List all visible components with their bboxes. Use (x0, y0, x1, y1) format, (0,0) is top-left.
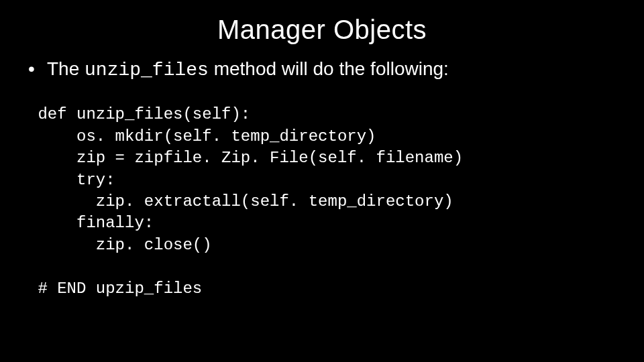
slide: Manager Objects The unzip_files method w… (0, 0, 644, 362)
bullet-list: The unzip_files method will do the follo… (0, 57, 644, 82)
bullet-text-post: method will do the following: (209, 58, 449, 79)
bullet-inline-code: unzip_files (85, 60, 209, 80)
slide-title: Manager Objects (0, 0, 644, 57)
bullet-text-pre: The (47, 58, 85, 79)
code-block: def unzip_files(self): os. mkdir(self. t… (28, 104, 644, 300)
bullet-item: The unzip_files method will do the follo… (28, 57, 644, 82)
